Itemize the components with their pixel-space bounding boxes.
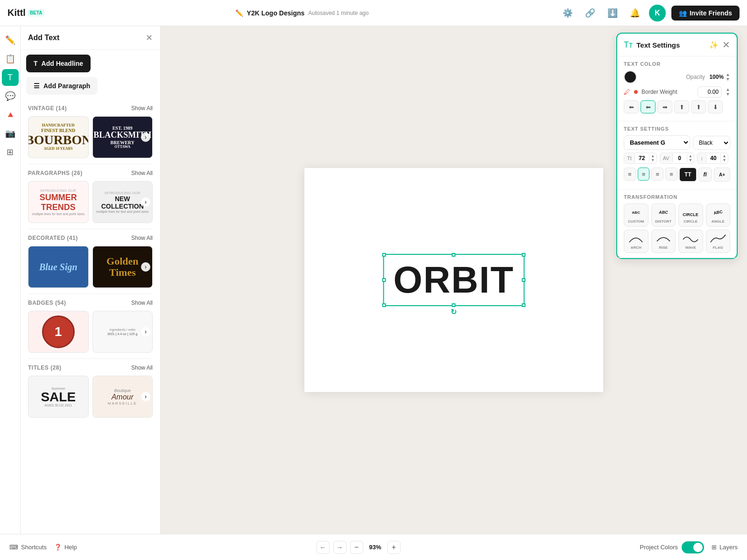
zoom-out-button[interactable]: − — [350, 541, 363, 554]
paragraphs-show-all[interactable]: Show All — [131, 170, 153, 176]
font-size-down[interactable]: ▼ — [651, 158, 655, 162]
zoom-in-button[interactable]: + — [388, 541, 401, 554]
transform-rise[interactable]: RISE — [651, 230, 676, 253]
transform-distort[interactable]: ABC DISTORT — [651, 203, 676, 227]
align-top-button[interactable]: ⬆ — [674, 100, 689, 113]
vintage-show-all[interactable]: Show All — [131, 105, 153, 112]
template-sale[interactable]: Summer SALE AGED 30 OZ 2021 — [28, 376, 89, 418]
ts-close-button[interactable]: ✕ — [722, 39, 730, 50]
newcollection-next-arrow[interactable]: › — [141, 197, 150, 207]
next-arrow[interactable]: → — [333, 541, 346, 554]
template-badge2[interactable]: ingredients / netto 2021 | 4.4 oz | 125 … — [92, 311, 153, 353]
sidebar-item-grid[interactable]: ⊞ — [2, 144, 19, 161]
template-new-collection[interactable]: INTRODUCING OUR NEW COLLECTION multiple … — [92, 181, 153, 223]
panel-close-button[interactable]: ✕ — [146, 33, 153, 43]
sidebar-item-comments[interactable]: 💬 — [2, 88, 19, 105]
opacity-down[interactable]: ▼ — [726, 77, 730, 82]
border-spinner[interactable]: ▲ ▼ — [726, 87, 730, 97]
opacity-spinner[interactable]: ▲ ▼ — [726, 72, 730, 82]
download-button[interactable]: ⬇️ — [604, 5, 621, 21]
text-case-button[interactable]: A+ — [714, 168, 730, 182]
text-align-center[interactable]: ≡ — [638, 168, 650, 181]
avatar[interactable]: K — [649, 5, 666, 21]
bottom-bar: ⌨ Shortcuts ❓ Help ← → − 93% + Project C… — [0, 534, 747, 560]
add-paragraph-button[interactable]: ☰ Add Paragraph — [26, 77, 98, 95]
prev-arrow[interactable]: ← — [317, 541, 330, 554]
transform-custom[interactable]: ABC CUSTOM — [624, 203, 648, 227]
font-size-value: 72 — [635, 153, 649, 163]
canvas[interactable]: ORBIT ↻ — [304, 168, 603, 392]
handle-bottom-middle[interactable] — [452, 303, 456, 307]
align-bottom-button[interactable]: ⬇ — [708, 100, 723, 113]
text-uppercase-button[interactable]: TT — [679, 168, 697, 182]
project-name[interactable]: Y2K Logo Designs — [247, 9, 305, 17]
titles-section-header: TITLES (28) Show All — [28, 364, 153, 371]
template-blacksmith[interactable]: EST. 1989 BLACKSMITH BREWERY OTTAWA › — [92, 116, 153, 158]
invite-label: Invite Friends — [690, 9, 732, 17]
share-button[interactable]: 🔗 — [582, 5, 599, 21]
handle-bottom-left[interactable] — [382, 303, 386, 307]
decorated-show-all[interactable]: Show All — [131, 235, 153, 241]
border-weight-input[interactable] — [698, 86, 722, 98]
titles-show-all[interactable]: Show All — [131, 364, 153, 371]
badge2-next-arrow[interactable]: › — [141, 327, 150, 336]
template-boutique[interactable]: Boutique Amour MARSEILLE › — [92, 376, 153, 418]
align-middle-button[interactable]: ⬆ — [691, 100, 706, 113]
text-settings-icon: Tт — [624, 40, 633, 50]
arch-preview — [627, 233, 645, 244]
sidebar-item-templates[interactable]: 📋 — [2, 50, 19, 67]
template-blue-sign[interactable]: Blue Sign — [28, 246, 89, 288]
text-content: ORBIT — [394, 259, 514, 301]
blacksmith-next-arrow[interactable]: › — [141, 133, 150, 142]
golden-next-arrow[interactable]: › — [141, 262, 150, 272]
handle-bottom-right[interactable] — [521, 303, 525, 307]
ts-magic-button[interactable]: ✨ — [709, 41, 719, 49]
line-height-down[interactable]: ▼ — [722, 158, 726, 162]
sidebar-item-assets[interactable]: 🔺 — [2, 106, 19, 123]
border-down[interactable]: ▼ — [726, 92, 730, 97]
border-color-dot[interactable] — [634, 90, 638, 94]
transform-wave[interactable]: WAVE — [678, 230, 703, 253]
layers-button[interactable]: ⊞ Layers — [712, 544, 738, 551]
notifications-button[interactable]: 🔔 — [627, 5, 643, 21]
sidebar-item-text[interactable]: T — [2, 69, 19, 86]
handle-right-middle[interactable] — [521, 278, 525, 282]
badges-show-all[interactable]: Show All — [131, 300, 153, 306]
template-bourbon[interactable]: HANDCRAFTED FINEST BLEND BOURBON AGED 10… — [28, 116, 89, 158]
transform-angle[interactable]: ABC ANGLE — [706, 203, 731, 227]
color-swatch[interactable] — [624, 70, 637, 84]
shortcuts-button[interactable]: ⌨ Shortcuts — [9, 544, 47, 551]
text-align-justify[interactable]: ≡ — [665, 168, 677, 181]
handle-top-left[interactable] — [382, 253, 386, 257]
transform-flag[interactable]: FLAG — [706, 230, 731, 253]
template-golden-times[interactable]: Golden Times › — [92, 246, 153, 288]
align-center-button[interactable]: ⬅ — [641, 100, 655, 113]
font-select[interactable]: Basement G — [624, 135, 690, 150]
project-colors-toggle[interactable] — [682, 541, 704, 553]
border-weight-label: Border Weight — [641, 89, 694, 95]
template-summer[interactable]: INTRODUCING OUR SUMMER TRENDS multiple l… — [28, 181, 89, 223]
letter-spacing-down[interactable]: ▼ — [689, 158, 693, 162]
sidebar-item-edit[interactable]: ✏️ — [2, 32, 19, 49]
add-headline-button[interactable]: T Add Headline — [26, 55, 91, 72]
handle-top-middle[interactable] — [452, 253, 456, 257]
boutique-next-arrow[interactable]: › — [141, 392, 150, 401]
align-right-button[interactable]: ➡ — [657, 100, 672, 113]
handle-left-middle[interactable] — [382, 278, 386, 282]
transform-arch[interactable]: ARCH — [624, 230, 648, 253]
rotate-handle[interactable]: ↻ — [451, 308, 458, 316]
handle-top-right[interactable] — [521, 253, 525, 257]
invite-friends-button[interactable]: 👥 Invite Friends — [671, 6, 740, 21]
align-left-button[interactable]: ⬅ — [624, 100, 639, 113]
transform-circle[interactable]: CIRCLE CIRCLE — [678, 203, 703, 227]
text-align-right[interactable]: ≡ — [651, 168, 663, 181]
settings-button[interactable]: ⚙️ — [559, 5, 576, 21]
style-select[interactable]: Black — [693, 136, 730, 150]
text-element[interactable]: ORBIT ↻ — [383, 254, 525, 306]
template-badge1[interactable]: 1 — [28, 311, 89, 353]
text-align-left[interactable]: ≡ — [624, 168, 636, 181]
help-button[interactable]: ❓ Help — [54, 544, 77, 551]
sidebar-item-photos[interactable]: 📷 — [2, 125, 19, 142]
text-settings-sub-section: TEXT SETTINGS Basement G Black Tt 72 ▲ ▼… — [617, 121, 737, 189]
text-ligature-button[interactable]: fi — [698, 168, 712, 182]
